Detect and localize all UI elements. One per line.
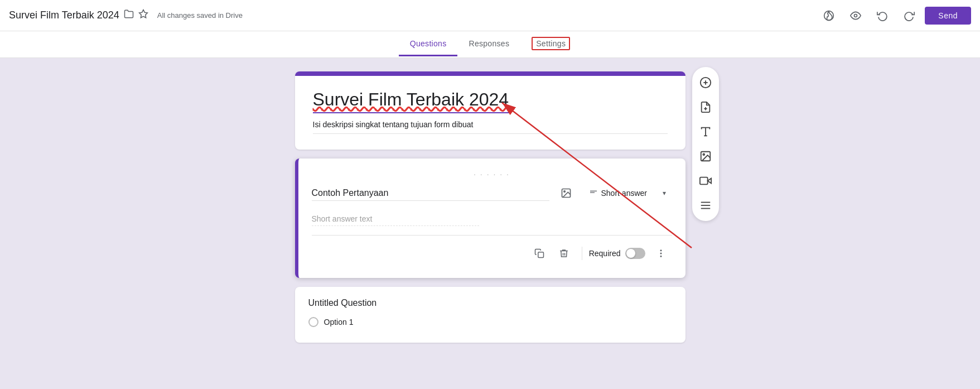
answer-preview: Short answer text [312,210,672,235]
chevron-down-icon: ▾ [663,189,666,197]
svg-point-8 [660,250,662,251]
option-1-label: Option 1 [324,318,354,326]
short-answer-icon [589,188,598,199]
title-card: Survei Film Terbaik 2024 Isi deskripsi s… [295,71,685,150]
undo-button[interactable] [871,4,894,27]
action-divider [582,247,582,260]
question-top-row: Short answer ▾ [312,183,672,203]
tab-questions[interactable]: Questions [399,32,458,56]
topbar-left: Survei Film Terbaik 2024 All changes sav… [9,9,243,22]
svg-rect-7 [538,252,543,258]
radio-circle[interactable] [308,317,318,327]
form-title[interactable]: Survei Film Terbaik 2024 [313,89,509,113]
svg-marker-20 [707,178,711,183]
add-video-button[interactable] [694,170,717,192]
tab-responses[interactable]: Responses [457,32,520,56]
add-section-button[interactable] [694,194,717,217]
more-options-button[interactable] [650,242,672,265]
option-1-row: Option 1 [308,317,672,327]
folder-icon[interactable] [124,9,134,22]
question-divider [312,235,672,236]
app-title: Survei Film Terbaik 2024 [9,9,119,21]
redo-button[interactable] [898,4,920,27]
question-text-input[interactable] [312,186,549,201]
svg-point-9 [660,253,662,254]
sidebar-toolbar [692,67,719,221]
question-actions: Required [312,242,672,269]
add-question-button[interactable] [694,71,717,94]
tab-settings[interactable]: Settings [520,32,581,56]
answer-type-label: Short answer [601,189,647,198]
untitled-question-title[interactable]: Untitled Question [308,298,672,308]
svg-point-10 [660,256,662,257]
svg-marker-0 [139,10,147,18]
question-card-1-inner: · · · · · · Short answer ▾ Short answer … [298,159,685,278]
required-label: Required [589,249,621,258]
toggle-knob [626,249,635,258]
title-card-content: Survei Film Terbaik 2024 Isi deskripsi s… [295,76,685,150]
palette-button[interactable] [818,4,840,27]
send-button[interactable]: Send [925,7,971,25]
question-card-2: Untitled Question Option 1 [295,287,685,343]
add-image-button[interactable] [694,145,717,167]
short-answer-text: Short answer text [312,214,479,226]
svg-rect-21 [699,177,707,185]
svg-point-19 [703,153,704,155]
tabs-bar: Questions Responses Settings [0,31,980,58]
add-title-button[interactable] [694,121,717,143]
topbar: Survei Film Terbaik 2024 All changes sav… [0,0,980,31]
topbar-right: Send [818,4,971,27]
card-accent-bar [295,71,685,76]
question-card-1: · · · · · · Short answer ▾ Short answer … [295,159,685,278]
required-toggle[interactable] [625,248,645,259]
saved-status: All changes saved in Drive [157,11,243,20]
copy-question-button[interactable] [528,242,551,265]
untitled-card-content: Untitled Question Option 1 [295,287,685,343]
import-questions-button[interactable] [694,96,717,118]
main-area: Survei Film Terbaik 2024 Isi deskripsi s… [0,58,980,389]
answer-type-dropdown[interactable]: Short answer ▾ [583,184,672,203]
add-image-to-question-button[interactable] [556,183,576,203]
delete-question-button[interactable] [553,242,575,265]
preview-button[interactable] [844,4,867,27]
drag-handle[interactable]: · · · · · · [312,170,672,179]
form-description[interactable]: Isi deskripsi singkat tentang tujuan for… [313,120,668,134]
star-icon[interactable] [138,9,148,22]
svg-point-4 [563,191,565,193]
svg-point-2 [855,14,857,17]
settings-label: Settings [532,37,570,50]
